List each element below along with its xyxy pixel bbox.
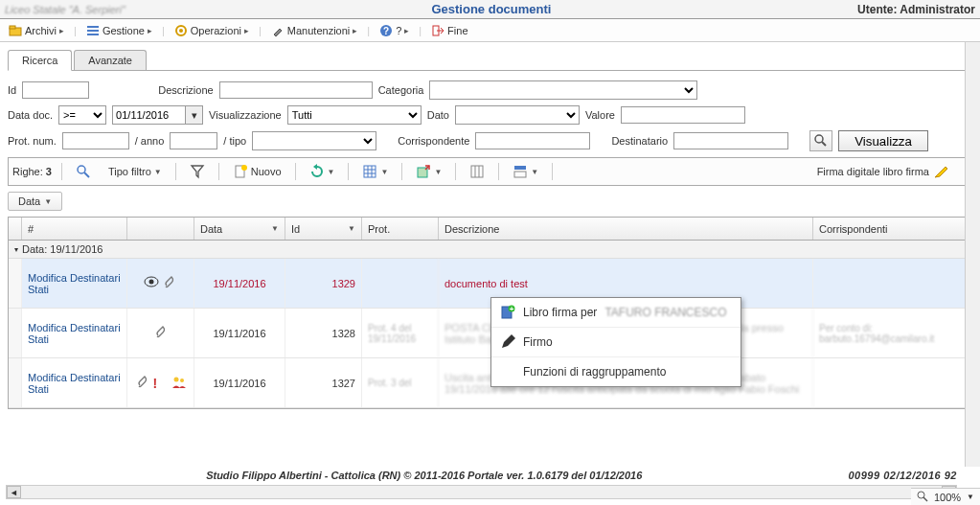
group-label: Data: 19/11/2016	[22, 243, 103, 255]
user-label: Utente:	[857, 3, 897, 16]
col-corrispondenti[interactable]: Corrispondenti	[813, 218, 971, 240]
ctx-libro-firma[interactable]: + Libro firma per TAFURO FRANCESCO	[491, 298, 741, 328]
refresh-icon	[309, 164, 325, 179]
ctx-funzioni[interactable]: Funzioni di raggruppamento	[491, 357, 741, 386]
chevron-down-icon: ▼	[328, 168, 335, 176]
tabs: Ricerca Avanzate	[8, 50, 972, 71]
tb-refresh[interactable]: ▼	[306, 162, 339, 181]
layout-icon	[513, 164, 528, 179]
prot-num-input[interactable]	[62, 132, 129, 149]
col-hash[interactable]: #	[22, 218, 127, 240]
categoria-select[interactable]	[429, 80, 697, 100]
tb-grid[interactable]: ▼	[358, 162, 392, 181]
row-modifica-link[interactable]: Modifica Destinatari Stati	[22, 309, 127, 357]
scroll-left-button[interactable]: ◄	[7, 486, 21, 498]
col-id[interactable]: Id▼	[285, 218, 362, 240]
col-expand[interactable]	[9, 218, 22, 240]
svg-point-12	[78, 166, 85, 173]
tb-tipo-filtro[interactable]: Tipo filtro▼	[104, 164, 166, 179]
collapse-icon[interactable]: ▾	[14, 245, 18, 254]
row-actions	[127, 259, 194, 308]
menu-help[interactable]: ? ? ▸	[374, 22, 415, 39]
descrizione-input[interactable]	[219, 81, 373, 99]
status-bar: 100% ▼	[911, 488, 980, 505]
menu-archivi[interactable]: Archivi ▸	[3, 22, 70, 39]
ctx-firmo[interactable]: Firmo	[491, 328, 741, 357]
cell-id: 1329	[285, 259, 362, 308]
dato-select[interactable]	[455, 105, 580, 125]
valore-input[interactable]	[621, 106, 745, 124]
pen-icon	[933, 164, 948, 179]
anno-label: / anno	[135, 135, 165, 147]
data-doc-label: Data doc.	[8, 109, 53, 121]
warning-icon[interactable]: !	[153, 376, 169, 391]
tb-columns[interactable]	[466, 162, 489, 181]
data-btn-label: Data	[18, 195, 40, 207]
menu-archivi-label: Archivi	[25, 25, 57, 36]
menu-gestione[interactable]: Gestione ▸	[80, 22, 158, 39]
tb-layout[interactable]: ▼	[509, 162, 542, 181]
header-blur: Liceo Statale "A. Serpieri"	[5, 4, 125, 15]
svg-rect-26	[514, 172, 526, 177]
row-expand[interactable]	[9, 358, 22, 407]
corr-input[interactable]	[475, 132, 590, 149]
tb-export[interactable]: ▼	[412, 162, 445, 181]
row-modifica-link[interactable]: Modifica Destinatari Stati	[22, 259, 127, 308]
tb-nuovo[interactable]: Nuovo	[229, 162, 285, 181]
anno-input[interactable]	[170, 132, 217, 149]
col-descrizione[interactable]: Descrizione	[439, 218, 813, 240]
attachment-icon[interactable]	[153, 326, 169, 341]
tab-avanzate[interactable]: Avanzate	[74, 50, 147, 70]
folder-icon	[9, 24, 22, 37]
app-header: Liceo Statale "A. Serpieri" Gestione doc…	[0, 0, 980, 19]
form-row-3: Prot. num. / anno / tipo Corrispondente …	[8, 130, 972, 151]
horizontal-scrollbar[interactable]: ◄ ►	[6, 485, 957, 499]
toolbar: Righe: 3 Tipo filtro▼ Nuovo ▼ ▼ ▼ ▼ Firm…	[8, 157, 972, 186]
chevron-down-icon: ▼	[531, 168, 538, 176]
menu-fine[interactable]: Fine	[425, 22, 473, 39]
row-modifica-link[interactable]: Modifica Destinatari Stati	[22, 358, 127, 407]
zoom-dropdown[interactable]: ▼	[967, 493, 974, 501]
col-data[interactable]: Data▼	[194, 218, 285, 240]
tab-ricerca[interactable]: Ricerca	[8, 50, 72, 71]
cell-prot: Prot. 4 del 19/11/2016	[362, 309, 439, 357]
row-expand[interactable]	[9, 259, 22, 308]
row-actions: !	[127, 358, 194, 407]
tb-firma-digitale[interactable]: Firma digitale libro firma	[817, 164, 948, 179]
tb-zoom[interactable]	[72, 162, 95, 181]
date-input[interactable]	[113, 106, 185, 124]
attachment-icon[interactable]	[162, 276, 177, 291]
ctx-libro-firma-label: Libro firma per	[523, 306, 597, 319]
cell-id: 1327	[285, 358, 362, 407]
zoom-value: 100%	[934, 492, 961, 503]
footer-right: 00999 02/12/2016 92	[849, 470, 958, 481]
svg-line-11	[822, 142, 826, 146]
users-icon[interactable]	[171, 376, 187, 391]
zoom-icon[interactable]	[917, 491, 928, 504]
attachment-icon[interactable]	[135, 376, 150, 391]
tb-filter[interactable]	[186, 162, 209, 181]
menu-operazioni[interactable]: Operazioni ▸	[169, 22, 255, 39]
date-picker-btn[interactable]: ▾	[185, 106, 202, 124]
menu-manutenzioni[interactable]: Manutenzioni ▸	[265, 22, 363, 39]
data-group-button[interactable]: Data ▼	[8, 192, 62, 211]
col-actions[interactable]	[127, 218, 194, 240]
vertical-scrollbar[interactable]	[965, 42, 980, 467]
dest-input[interactable]	[673, 132, 788, 149]
col-prot[interactable]: Prot.	[362, 218, 439, 240]
operator-select[interactable]: >=	[58, 105, 106, 125]
svg-point-6	[179, 29, 183, 33]
footer: Studio Filippo Albertini - Cattolica (RN…	[0, 467, 965, 484]
row-expand[interactable]	[9, 309, 22, 357]
vis-select[interactable]: Tutti	[287, 105, 422, 125]
svg-point-34	[918, 492, 924, 498]
group-row[interactable]: ▾ Data: 19/11/2016	[9, 241, 971, 259]
search-button[interactable]	[809, 130, 832, 151]
eye-icon[interactable]	[144, 276, 159, 291]
tipo-select[interactable]	[252, 131, 376, 150]
id-input[interactable]	[22, 81, 89, 99]
chevron-right-icon: ▸	[353, 26, 357, 35]
visualizza-button[interactable]: Visualizza	[838, 130, 928, 151]
funnel-icon	[190, 164, 205, 179]
form-row-1: Id Descrizione Categoria	[8, 80, 972, 100]
